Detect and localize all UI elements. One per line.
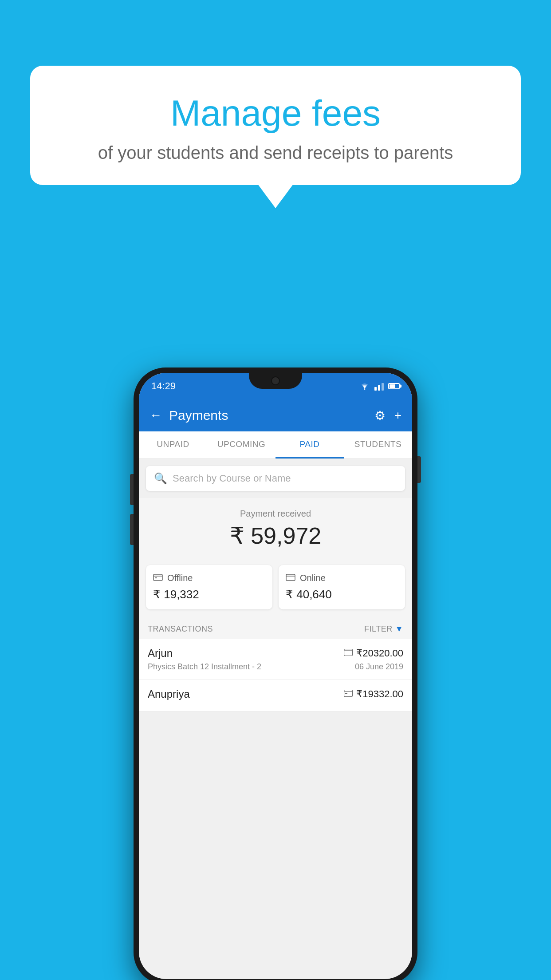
speech-bubble-subtitle: of your students and send receipts to pa… xyxy=(48,143,503,163)
transaction-item[interactable]: Anupriya ₹19332.00 xyxy=(139,680,412,711)
speech-bubble-title: Manage fees xyxy=(48,92,503,134)
course-info: Physics Batch 12 Installment - 2 xyxy=(148,662,261,672)
transaction-amount: ₹20320.00 xyxy=(356,648,403,659)
transaction-amount: ₹19332.00 xyxy=(356,688,403,700)
payment-total-amount: ₹ 59,972 xyxy=(146,522,405,549)
svg-rect-10 xyxy=(345,693,347,694)
offline-amount: ₹ 19,332 xyxy=(153,588,265,601)
battery-icon xyxy=(388,383,400,389)
online-type: Online xyxy=(300,573,326,583)
volume-up-button xyxy=(130,474,134,505)
tabs-bar: UNPAID UPCOMING PAID STUDENTS xyxy=(139,431,412,459)
transactions-label: TRANSACTIONS xyxy=(148,624,213,634)
tab-paid[interactable]: PAID xyxy=(276,431,344,458)
status-bar: 14:29 xyxy=(139,373,412,399)
svg-point-0 xyxy=(364,388,366,390)
search-bar[interactable]: 🔍 Search by Course or Name xyxy=(146,466,405,491)
back-button[interactable]: ← xyxy=(150,409,162,422)
svg-rect-3 xyxy=(155,577,157,578)
phone-notch xyxy=(249,373,302,389)
online-amount: ₹ 40,640 xyxy=(286,588,398,601)
payment-label: Payment received xyxy=(146,509,405,519)
student-name: Arjun xyxy=(148,647,173,660)
search-icon: 🔍 xyxy=(154,472,167,485)
payment-cards: Offline ₹ 19,332 Online ₹ 40,640 xyxy=(139,558,412,616)
offline-icon xyxy=(153,573,163,583)
cash-payment-icon xyxy=(344,690,353,699)
online-icon xyxy=(286,573,295,583)
transactions-header: TRANSACTIONS FILTER ▼ xyxy=(139,616,412,639)
offline-card: Offline ₹ 19,332 xyxy=(146,565,272,609)
volume-down-button xyxy=(130,514,134,545)
search-placeholder-text: Search by Course or Name xyxy=(173,473,291,484)
add-button[interactable]: + xyxy=(394,408,401,423)
wifi-icon xyxy=(359,382,370,390)
page-title: Payments xyxy=(169,408,228,423)
speech-bubble: Manage fees of your students and send re… xyxy=(30,66,521,185)
filter-icon: ▼ xyxy=(395,624,403,634)
phone-screen: 14:29 ← xyxy=(139,373,412,979)
tab-upcoming[interactable]: UPCOMING xyxy=(207,431,276,458)
transaction-item[interactable]: Arjun ₹20320.00 Physics Batch 12 Install… xyxy=(139,639,412,680)
tab-unpaid[interactable]: UNPAID xyxy=(139,431,207,458)
settings-button[interactable]: ⚙ xyxy=(374,408,386,423)
transaction-date: 06 June 2019 xyxy=(355,662,403,672)
phone-frame: 14:29 ← xyxy=(134,368,417,980)
status-icons xyxy=(359,382,400,391)
online-card: Online ₹ 40,640 xyxy=(279,565,405,609)
offline-type: Offline xyxy=(167,573,193,583)
svg-rect-4 xyxy=(286,574,295,581)
transactions-list: Arjun ₹20320.00 Physics Batch 12 Install… xyxy=(139,639,412,711)
status-time: 14:29 xyxy=(151,380,176,392)
payment-summary: Payment received ₹ 59,972 xyxy=(139,498,412,558)
card-payment-icon xyxy=(344,649,353,658)
camera xyxy=(271,376,280,385)
svg-rect-6 xyxy=(344,649,353,656)
filter-button[interactable]: FILTER ▼ xyxy=(364,624,403,634)
student-name: Anupriya xyxy=(148,688,190,700)
svg-rect-1 xyxy=(153,574,162,581)
signal-bars xyxy=(374,382,384,391)
tab-students[interactable]: STUDENTS xyxy=(344,431,412,458)
app-header: ← Payments ⚙ + xyxy=(139,399,412,431)
power-button xyxy=(417,456,421,483)
